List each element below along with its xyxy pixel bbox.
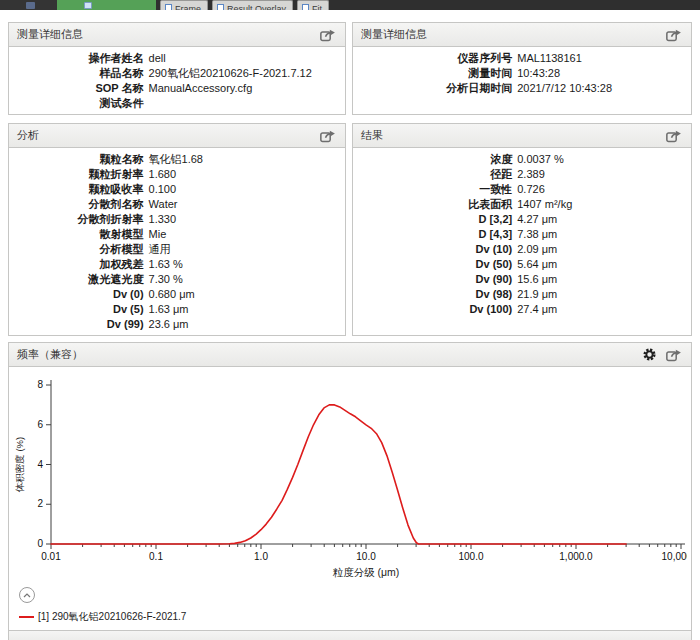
svg-text:粒度分级 (μm): 粒度分级 (μm) bbox=[333, 566, 400, 578]
field-label: Dv (10) bbox=[363, 242, 517, 257]
field-row: 分散剂折射率1.330 bbox=[19, 212, 335, 227]
legend-collapse-button[interactable] bbox=[19, 587, 35, 603]
toolbar-menu-segment[interactable] bbox=[0, 0, 57, 10]
panel-title: 频率（兼容） bbox=[17, 347, 642, 362]
field-label: 激光遮光度 bbox=[19, 272, 149, 287]
export-icon[interactable] bbox=[320, 28, 337, 42]
panel-header: 测量详细信息 bbox=[9, 23, 345, 47]
panel-body: 浓度0.0037 %径距2.389一致性0.726比表面积1407 m²/kgD… bbox=[353, 148, 691, 320]
field-label: 仪器序列号 bbox=[363, 51, 517, 66]
field-row: 操作者姓名dell bbox=[19, 51, 335, 66]
field-label: 散射模型 bbox=[19, 227, 149, 242]
app-menu-icon bbox=[26, 2, 35, 9]
field-value: 2.09 μm bbox=[517, 242, 681, 257]
svg-text:4: 4 bbox=[37, 459, 43, 470]
field-value: 1.680 bbox=[149, 167, 335, 182]
field-label: D [4,3] bbox=[363, 227, 517, 242]
panel-title: 分析 bbox=[17, 128, 320, 143]
export-icon[interactable] bbox=[666, 28, 683, 42]
field-row: 仪器序列号MAL1138161 bbox=[363, 51, 681, 66]
panel-frequency-chart: 频率（兼容） 024680.010.11.010.0100.01,000.010… bbox=[8, 342, 692, 633]
panel-analysis: 分析 颗粒名称氧化铝1.68颗粒折射率1.680颗粒吸收率0.100分散剂名称W… bbox=[8, 123, 346, 336]
field-label: D [3,2] bbox=[363, 212, 517, 227]
field-label: 操作者姓名 bbox=[19, 51, 149, 66]
field-value: 氧化铝1.68 bbox=[149, 152, 335, 167]
field-label: Dv (5) bbox=[19, 302, 149, 317]
chart-legend: [1] 290氧化铝20210626-F-2021.7 bbox=[9, 583, 691, 632]
panel-body: 颗粒名称氧化铝1.68颗粒折射率1.680颗粒吸收率0.100分散剂名称Wate… bbox=[9, 148, 345, 335]
report-content: 测量详细信息 操作者姓名dell样品名称290氧化铝20210626-F-202… bbox=[0, 10, 700, 633]
field-value: 290氧化铝20210626-F-2021.7.12 bbox=[149, 66, 335, 81]
field-value: Mie bbox=[149, 227, 335, 242]
field-label: 浓度 bbox=[363, 152, 517, 167]
field-label: Dv (100) bbox=[363, 302, 517, 317]
field-row: Dv (50)5.64 μm bbox=[363, 257, 681, 272]
record-icon bbox=[84, 2, 92, 9]
field-label: 加权残差 bbox=[19, 257, 149, 272]
field-value: 15.6 μm bbox=[517, 272, 681, 287]
chevron-up-icon bbox=[23, 593, 31, 598]
field-value: 23.6 μm bbox=[149, 317, 335, 332]
tab-frame[interactable]: Frame bbox=[160, 0, 208, 10]
field-value: 1407 m²/kg bbox=[517, 197, 681, 212]
field-value: 0.0037 % bbox=[517, 152, 681, 167]
field-label: 分散剂名称 bbox=[19, 197, 149, 212]
field-row: 径距2.389 bbox=[363, 167, 681, 182]
legend-line-swatch bbox=[19, 616, 34, 618]
field-value: 10:43:28 bbox=[517, 66, 681, 81]
export-icon[interactable] bbox=[666, 129, 683, 143]
field-label: Dv (90) bbox=[363, 272, 517, 287]
field-label: 径距 bbox=[363, 167, 517, 182]
svg-text:1,000.0: 1,000.0 bbox=[559, 551, 593, 562]
panel-measurement-details-left: 测量详细信息 操作者姓名dell样品名称290氧化铝20210626-F-202… bbox=[8, 22, 346, 115]
field-row: 颗粒吸收率0.100 bbox=[19, 182, 335, 197]
panel-header: 分析 bbox=[9, 124, 345, 148]
panel-header: 测量详细信息 bbox=[353, 23, 691, 47]
workspace-tabs: Frame Result Overlay Fit bbox=[156, 0, 329, 10]
toolbar-active-segment[interactable] bbox=[57, 0, 156, 10]
field-value: 通用 bbox=[149, 242, 335, 257]
svg-text:0: 0 bbox=[37, 538, 43, 549]
panel-title: 测量详细信息 bbox=[17, 27, 320, 42]
field-value: 1.63 % bbox=[149, 257, 335, 272]
export-icon[interactable] bbox=[320, 129, 337, 143]
field-label: 颗粒名称 bbox=[19, 152, 149, 167]
field-label: 测量时间 bbox=[363, 66, 517, 81]
tab-result-overlay[interactable]: Result Overlay bbox=[212, 0, 293, 10]
legend-item[interactable]: [1] 290氧化铝20210626-F-2021.7 bbox=[19, 610, 691, 624]
field-value: 7.38 μm bbox=[517, 227, 681, 242]
field-value: 1.63 μm bbox=[149, 302, 335, 317]
field-label: 颗粒吸收率 bbox=[19, 182, 149, 197]
field-row: 测试条件 bbox=[19, 96, 335, 111]
field-value: Water bbox=[149, 197, 335, 212]
field-label: Dv (0) bbox=[19, 287, 149, 302]
field-value: 1.330 bbox=[149, 212, 335, 227]
field-value: dell bbox=[149, 51, 335, 66]
document-icon bbox=[165, 4, 172, 10]
field-value: 27.4 μm bbox=[517, 302, 681, 317]
field-value: 0.100 bbox=[149, 182, 335, 197]
svg-text:100.0: 100.0 bbox=[458, 551, 483, 562]
app-toolbar: Frame Result Overlay Fit bbox=[0, 0, 700, 10]
field-row: 激光遮光度7.30 % bbox=[19, 272, 335, 287]
field-value: ManualAccessory.cfg bbox=[149, 81, 335, 96]
panel-next-clipped bbox=[8, 630, 692, 640]
settings-gear-icon[interactable] bbox=[642, 347, 657, 362]
export-icon[interactable] bbox=[666, 348, 683, 362]
field-row: Dv (5)1.63 μm bbox=[19, 302, 335, 317]
field-value: 5.64 μm bbox=[517, 257, 681, 272]
field-value bbox=[149, 96, 335, 111]
chart-area: 024680.010.11.010.0100.01,000.010,000.0体… bbox=[9, 367, 691, 583]
field-label: Dv (98) bbox=[363, 287, 517, 302]
field-row: 散射模型Mie bbox=[19, 227, 335, 242]
field-label: 比表面积 bbox=[363, 197, 517, 212]
svg-text:1.0: 1.0 bbox=[254, 551, 268, 562]
tab-fit[interactable]: Fit bbox=[297, 0, 329, 10]
panel-title: 结果 bbox=[361, 128, 666, 143]
field-row: D [3,2]4.27 μm bbox=[363, 212, 681, 227]
field-row: 样品名称290氧化铝20210626-F-2021.7.12 bbox=[19, 66, 335, 81]
field-value: MAL1138161 bbox=[517, 51, 681, 66]
panel-header: 结果 bbox=[353, 124, 691, 148]
svg-text:体积密度 (%): 体积密度 (%) bbox=[14, 437, 25, 493]
svg-text:10,000.0: 10,000.0 bbox=[662, 551, 687, 562]
